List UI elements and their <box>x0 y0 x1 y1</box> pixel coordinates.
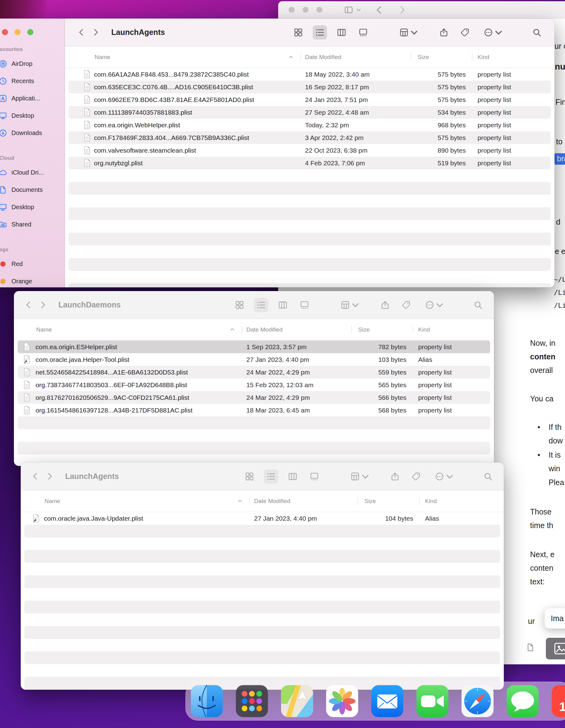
column-header-name[interactable]: Name <box>69 46 300 68</box>
search-button[interactable] <box>530 25 544 40</box>
column-header-date-modified[interactable]: Date Modified <box>300 46 411 68</box>
file-row[interactable]: com.635ECE3C.C076.4B....AD16.C905E6410C3… <box>69 81 551 93</box>
tags-button[interactable] <box>409 469 423 484</box>
dock-icon-safari[interactable] <box>461 684 494 718</box>
sidebar-chevron-button[interactable] <box>356 7 362 13</box>
tags-button[interactable] <box>399 298 413 312</box>
sidebar-item-tag-orange[interactable]: Orange <box>0 273 65 287</box>
forward-button[interactable] <box>397 5 407 15</box>
sidebar-item-documents[interactable]: Documents <box>0 181 65 198</box>
close-button[interactable] <box>2 29 8 35</box>
search-button[interactable] <box>481 469 495 484</box>
dock-icon-photos[interactable] <box>325 684 359 718</box>
gallery-view-button[interactable] <box>356 25 370 40</box>
forward-button[interactable] <box>42 469 57 484</box>
more-actions-button[interactable] <box>423 298 447 312</box>
dock-icon-launchpad[interactable] <box>235 684 269 718</box>
group-button[interactable] <box>338 298 363 312</box>
group-button[interactable] <box>348 469 372 484</box>
sidebar-item-recents[interactable]: Recents <box>0 72 65 90</box>
icon-view-button[interactable] <box>291 25 305 40</box>
column-header-date-modified[interactable]: Date Modified <box>249 490 358 512</box>
sidebar-item-desktop[interactable]: Desktop <box>0 107 65 124</box>
column-view-icon <box>278 300 287 310</box>
back-button[interactable] <box>21 298 36 312</box>
file-row[interactable]: com.valvesoftware.steamclean.plist 22 Oc… <box>69 144 551 157</box>
file-row-selected[interactable]: com.ea.origin.ESHelper.plist 1 Sep 2023,… <box>18 341 490 353</box>
file-row[interactable]: com.11113897440357881883.plist 27 Sep 20… <box>69 106 551 119</box>
window-zoom-button[interactable] <box>316 7 322 13</box>
file-row[interactable]: com.ea.origin.WebHelper.plist Today, 2:3… <box>69 119 551 131</box>
dock-icon-mail[interactable] <box>371 684 404 718</box>
file-row[interactable]: com.oracle.java.Helper-Tool.plist 27 Jan… <box>18 353 490 366</box>
gallery-view-button[interactable] <box>297 298 312 312</box>
file-row[interactable]: org.73873467741803503...6EF-0F1A92D648B8… <box>18 379 490 391</box>
group-button[interactable] <box>397 25 421 40</box>
back-button[interactable] <box>375 5 384 15</box>
back-button[interactable] <box>74 25 88 40</box>
file-row[interactable]: com.6962EE79.BD6C.43B7.81AE.E4A2F5801AD0… <box>69 93 551 106</box>
file-row[interactable]: org.16154548616397128...A34B-217DF5D881A… <box>18 404 490 417</box>
list-view-button[interactable] <box>313 25 327 40</box>
window-close-button[interactable] <box>289 7 295 13</box>
search-button[interactable] <box>471 298 485 312</box>
share-button[interactable] <box>388 469 402 484</box>
bullet-line: It is <box>549 451 561 459</box>
file-date: 24 Mar 2022, 4:29 pm <box>242 394 351 401</box>
dock-icon-partial-red-app[interactable]: 1 <box>551 684 565 718</box>
sidebar-item-downloads[interactable]: Downloads <box>0 124 65 142</box>
column-header-name[interactable]: Name <box>24 490 249 512</box>
icon-view-button[interactable] <box>242 469 257 484</box>
file-row[interactable]: com.66A1A2A8.F848.453...8479.23872C385C4… <box>69 68 551 81</box>
launchpad-icon <box>235 684 269 718</box>
file-row[interactable]: net.55246584225418984...A1E-6BA6132D0D53… <box>18 366 490 379</box>
column-header-size[interactable]: Size <box>411 46 472 68</box>
image-popup[interactable]: Ima <box>545 608 565 629</box>
sidebar-item-shared[interactable]: Shared <box>0 216 65 233</box>
minimize-button[interactable] <box>15 29 21 35</box>
column-header-size[interactable]: Size <box>351 319 413 340</box>
file-row[interactable]: org.81762701620506529...9AC-C0FD2175CA61… <box>18 391 490 404</box>
column-view-button[interactable] <box>276 298 290 312</box>
more-actions-button[interactable] <box>432 469 457 484</box>
file-date: 4 Feb 2023, 7:06 pm <box>300 159 411 167</box>
sidebar-item-tag-red[interactable]: Red <box>0 255 65 273</box>
column-header-kind[interactable]: Kind <box>419 490 500 512</box>
sidebar-item-applications[interactable]: Applicati... <box>0 90 65 107</box>
zoom-button[interactable] <box>27 29 33 35</box>
column-header-kind[interactable]: Kind <box>472 46 551 68</box>
gallery-view-button[interactable] <box>307 469 321 484</box>
dock-icon-facetime[interactable] <box>416 684 449 718</box>
file-row[interactable]: com.oracle.java.Java-Updater.plist 27 Ja… <box>24 512 500 525</box>
share-button[interactable] <box>437 25 451 40</box>
window-minimize-button[interactable] <box>303 7 308 13</box>
list-view-button[interactable] <box>254 298 268 312</box>
image-attachment-icon[interactable] <box>546 638 565 659</box>
column-headers: Name Date Modified Size Kind <box>14 319 494 341</box>
column-view-button[interactable] <box>286 469 300 484</box>
file-row[interactable]: org.nutybzgl.plist 4 Feb 2023, 7:06 pm 5… <box>69 157 551 169</box>
dock-icon-maps[interactable] <box>280 684 314 718</box>
dock-icon-finder[interactable] <box>190 684 223 718</box>
dock-icon-messages[interactable] <box>506 684 539 718</box>
list-view-button[interactable] <box>264 469 278 484</box>
column-header-size[interactable]: Size <box>358 490 419 512</box>
column-view-button[interactable] <box>334 25 349 40</box>
sidebar-item-icloud-drive[interactable]: iCloud Dri... <box>0 164 65 181</box>
sidebar-item-airdrop[interactable]: AirDrop <box>0 55 65 72</box>
column-header-date-modified[interactable]: Date Modified <box>242 319 351 340</box>
column-header-kind[interactable]: Kind <box>413 319 490 340</box>
document-attachment-icon[interactable] <box>526 642 535 653</box>
share-button[interactable] <box>378 298 392 312</box>
tags-button[interactable] <box>458 25 472 40</box>
empty-row <box>69 182 551 195</box>
column-header-name[interactable]: Name <box>18 319 242 340</box>
back-button[interactable] <box>28 469 42 484</box>
sidebar-item-desktop-icloud[interactable]: Desktop <box>0 198 65 216</box>
icon-view-button[interactable] <box>232 298 247 312</box>
forward-button[interactable] <box>36 298 50 312</box>
sidebar-toggle-button[interactable] <box>344 5 353 15</box>
file-row[interactable]: com.F178469F.2833.404...A669.7CB75B9A336… <box>69 131 551 144</box>
forward-button[interactable] <box>88 25 103 40</box>
more-actions-button[interactable] <box>481 25 506 40</box>
